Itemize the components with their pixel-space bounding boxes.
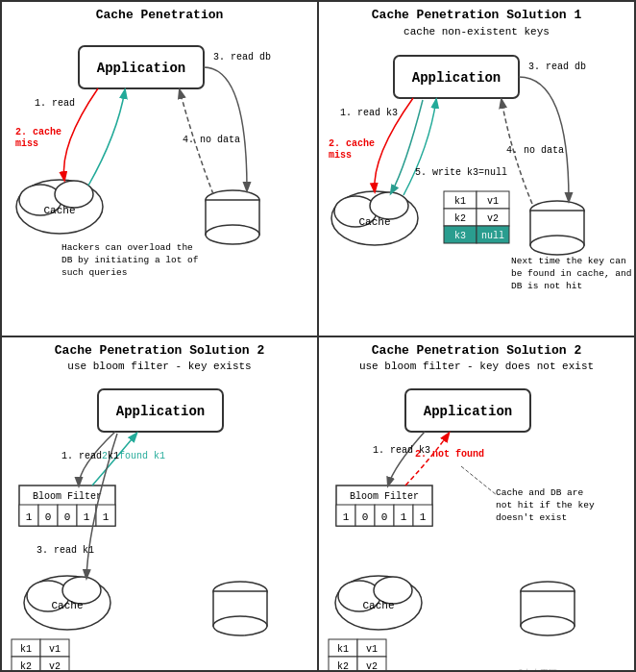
svg-text:be found in cache, and: be found in cache, and: [511, 268, 631, 279]
cell-tr-title: Cache Penetration Solution 1: [327, 8, 626, 24]
svg-text:3. read db: 3. read db: [528, 62, 586, 72]
svg-text:5. write k3=null: 5. write k3=null: [415, 167, 507, 178]
cell-bl-title: Cache Penetration Solution 2: [10, 343, 309, 360]
svg-text:k1: k1: [337, 644, 349, 655]
svg-point-4: [55, 181, 93, 208]
svg-text:miss: miss: [15, 138, 38, 149]
svg-text:doesn't exist: doesn't exist: [496, 512, 567, 523]
svg-text:3. read db: 3. read db: [213, 52, 271, 62]
svg-text:1. read: 1. read: [35, 98, 75, 109]
cell-bl-svg: Application Bloom Filter 1 0 0 1 1 Cache: [2, 380, 318, 672]
svg-line-102: [461, 466, 497, 495]
svg-text:v2: v2: [366, 661, 378, 672]
svg-text:1: 1: [84, 511, 90, 523]
svg-text:1: 1: [343, 511, 350, 523]
svg-text:null: null: [481, 231, 504, 241]
svg-text:2. not found: 2. not found: [415, 449, 484, 460]
svg-text:Bloom Filter: Bloom Filter: [33, 491, 102, 502]
svg-text:0: 0: [362, 511, 369, 523]
main-grid: Cache Penetration Application Cache 1. r: [0, 0, 636, 672]
cell-top-left: Cache Penetration Application Cache 1. r: [1, 1, 318, 336]
svg-text:0: 0: [45, 511, 52, 523]
svg-point-99: [521, 616, 575, 635]
svg-text:Cache: Cache: [362, 600, 394, 611]
svg-text:v1: v1: [487, 196, 499, 207]
svg-text:4. no data: 4. no data: [183, 135, 240, 145]
svg-text:4. no data: 4. no data: [506, 145, 564, 156]
svg-text:k1: k1: [20, 644, 32, 655]
svg-text:Cache: Cache: [43, 205, 75, 216]
svg-text:Bloom Filter: Bloom Filter: [350, 491, 419, 502]
svg-text:0: 0: [381, 511, 388, 523]
svg-text:such queries: such queries: [61, 267, 127, 278]
svg-text:Cache: Cache: [51, 600, 83, 611]
svg-text:v2: v2: [487, 213, 499, 224]
svg-text:1: 1: [103, 511, 110, 523]
svg-text:0: 0: [64, 511, 71, 523]
cell-br-svg: Application Bloom Filter 1 0 0 1 1 Cache: [319, 380, 635, 672]
svg-text:k2: k2: [337, 661, 349, 672]
cell-br-title: Cache Penetration Solution 2: [327, 343, 626, 360]
svg-text:CSDN @小小工匠: CSDN @小小工匠: [492, 668, 557, 672]
cell-bottom-right: Cache Penetration Solution 2 use bloom f…: [318, 336, 635, 672]
cell-bottom-left: Cache Penetration Solution 2 use bloom f…: [1, 336, 318, 672]
svg-text:DB by initiating a lot of: DB by initiating a lot of: [61, 255, 199, 265]
svg-text:v2: v2: [49, 661, 61, 672]
svg-text:not hit if the key: not hit if the key: [496, 500, 595, 510]
svg-text:miss: miss: [329, 150, 352, 161]
svg-text:1: 1: [401, 511, 407, 523]
svg-text:Application: Application: [116, 404, 205, 419]
svg-point-67: [213, 616, 267, 635]
svg-point-8: [206, 225, 259, 244]
svg-text:2. cache: 2. cache: [15, 127, 61, 137]
cell-br-subtitle: use bloom filter - key does not exist: [327, 361, 626, 372]
svg-text:k3: k3: [454, 231, 466, 241]
svg-text:3. read k1: 3. read k1: [37, 545, 94, 556]
svg-text:2. cache: 2. cache: [329, 138, 375, 149]
svg-text:1: 1: [26, 511, 33, 523]
svg-text:k2: k2: [20, 661, 32, 672]
cell-tr-subtitle: cache non-existent keys: [327, 26, 626, 37]
svg-text:Application: Application: [97, 61, 185, 76]
svg-point-25: [530, 236, 584, 255]
cell-bl-subtitle: use bloom filter - key exists: [10, 361, 309, 372]
svg-text:Hackers can overload the: Hackers can overload the: [61, 242, 193, 253]
svg-text:DB is not hit: DB is not hit: [511, 281, 582, 291]
svg-text:Cache: Cache: [358, 216, 390, 228]
svg-text:2. found k1: 2. found k1: [102, 451, 165, 461]
svg-text:v1: v1: [366, 644, 378, 655]
svg-text:1: 1: [420, 511, 427, 523]
svg-text:Application: Application: [412, 70, 501, 86]
cell-tl-svg: Application Cache 1. read 2. cache miss …: [2, 29, 309, 308]
cell-top-right: Cache Penetration Solution 1 cache non-e…: [318, 1, 635, 336]
svg-text:Next time the key can: Next time the key can: [511, 256, 626, 266]
svg-text:1. read k3: 1. read k3: [340, 108, 398, 118]
svg-text:Cache and DB are: Cache and DB are: [496, 487, 584, 498]
cell-tl-title: Cache Penetration: [10, 8, 309, 24]
svg-text:Application: Application: [424, 404, 512, 419]
svg-point-21: [370, 192, 408, 219]
svg-text:k2: k2: [454, 213, 466, 224]
svg-text:k1: k1: [454, 196, 466, 207]
svg-text:v1: v1: [49, 644, 61, 655]
cell-tr-svg: Application Cache 1. read k3 2. cache mi…: [319, 42, 635, 321]
